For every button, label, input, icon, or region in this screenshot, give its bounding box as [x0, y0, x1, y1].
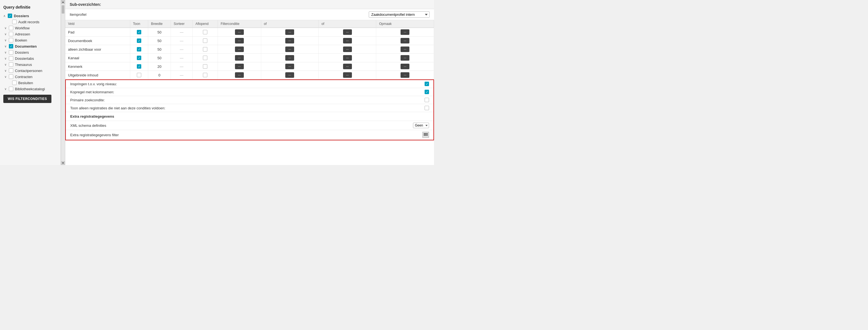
filterconditie-btn[interactable]: ··· — [235, 64, 244, 69]
of2-btn[interactable]: ··· — [343, 29, 352, 35]
of2-btn[interactable]: ··· — [343, 72, 352, 78]
of1-btn[interactable]: ··· — [285, 29, 294, 35]
inspringen-checkbox[interactable] — [425, 82, 429, 86]
of2-btn[interactable]: ··· — [343, 64, 352, 69]
svg-rect-2 — [427, 133, 428, 134]
xml-schema-select[interactable]: Geen — [413, 122, 429, 128]
sidebar-item-besluiten[interactable]: Besluiten — [0, 80, 61, 86]
toon-checkbox[interactable] — [137, 56, 141, 60]
cell-breedte: 50 — [148, 45, 171, 54]
sidebar-checkbox-adressen[interactable] — [9, 32, 13, 36]
cell-of2: ··· — [318, 45, 376, 54]
sidebar-item-documenten[interactable]: ∨ Documenten — [0, 43, 61, 49]
cell-of1: ··· — [261, 62, 318, 71]
toon-checkbox[interactable] — [137, 47, 141, 52]
kopregel-checkbox[interactable] — [425, 90, 429, 94]
sidebar-checkbox-boeken[interactable] — [9, 38, 13, 43]
sidebar-item-contracten[interactable]: ∨ Contracten — [0, 74, 61, 80]
sidebar-checkbox-workflow[interactable] — [9, 26, 13, 30]
opmaak-btn[interactable]: ··· — [401, 38, 409, 44]
scroll-thumb[interactable] — [62, 5, 64, 13]
aflopend-checkbox[interactable] — [203, 73, 207, 77]
aflopend-checkbox[interactable] — [203, 38, 207, 43]
scroll-down-arrow[interactable]: ▼ — [61, 161, 65, 165]
primaire-checkbox[interactable] — [425, 98, 429, 102]
itemprofiel-select[interactable]: Zaakdocumentprofiel intern — [369, 11, 430, 18]
arrow-icon: ∨ — [4, 63, 9, 66]
cell-of2: ··· — [318, 36, 376, 45]
of1-btn[interactable]: ··· — [285, 55, 294, 61]
filterconditie-btn[interactable]: ··· — [235, 55, 244, 61]
aflopend-checkbox[interactable] — [203, 56, 207, 60]
sidebar-item-audit-records[interactable]: Audit records — [0, 19, 61, 25]
table-row: Kenmerk 20 — ··· ··· ··· ··· — [65, 62, 434, 71]
scroll-up-arrow[interactable]: ▲ — [61, 0, 65, 4]
toon-checkbox[interactable] — [137, 73, 141, 77]
extra-filter-button[interactable] — [423, 132, 429, 138]
arrow-icon: ∨ — [4, 87, 9, 91]
sidebar-item-boeken[interactable]: ∨ Boeken — [0, 37, 61, 43]
sidebar-checkbox-dossiers-sub[interactable] — [9, 50, 13, 55]
sidebar-item-bibliotheekcatalogi[interactable]: ∨ Bibliotheekcatalogi — [0, 86, 61, 92]
sidebar-checkbox-audit[interactable] — [12, 20, 17, 24]
sidebar-checkbox-bibliotheekcatalogi[interactable] — [9, 87, 13, 91]
filterconditie-btn[interactable]: ··· — [235, 38, 244, 44]
filterconditie-btn[interactable]: ··· — [235, 72, 244, 78]
sidebar-item-dossiers-sub[interactable]: ∨ Dossiers — [0, 49, 61, 55]
cell-toon — [130, 62, 148, 71]
sidebar-item-thesaurus[interactable]: ∨ Thesaurus — [0, 61, 61, 67]
opmaak-btn[interactable]: ··· — [401, 29, 409, 35]
of1-btn[interactable]: ··· — [285, 72, 294, 78]
cell-filterconditie: ··· — [218, 45, 261, 54]
of1-btn[interactable]: ··· — [285, 64, 294, 69]
svg-rect-1 — [425, 133, 426, 134]
cell-of1: ··· — [261, 45, 318, 54]
aflopend-checkbox[interactable] — [203, 64, 207, 68]
sidebar-item-dossiertabs[interactable]: ∨ Dossiertabs — [0, 55, 61, 61]
opmaak-btn[interactable]: ··· — [401, 47, 409, 52]
wis-filtercondities-button[interactable]: WIS FILTERCONDITIES — [3, 95, 52, 103]
sidebar-item-dossiers-root[interactable]: ∧ Dossiers — [0, 13, 61, 19]
red-bordered-section: Inspringen t.o.v. vorig niveau: Kopregel… — [65, 79, 434, 140]
sidebar-checkbox-thesaurus[interactable] — [9, 62, 13, 67]
toon-checkbox[interactable] — [137, 30, 141, 34]
xml-schema-row: XML schema definities Geen — [66, 121, 433, 130]
sidebar-checkbox-contracten[interactable] — [9, 75, 13, 79]
sidebar-checkbox-besluiten[interactable] — [12, 81, 17, 85]
cell-of1: ··· — [261, 36, 318, 45]
toon-checkbox[interactable] — [137, 38, 141, 43]
cell-sorteer: — — [171, 45, 193, 54]
vertical-scrollbar[interactable]: ▲ ▼ — [61, 0, 65, 165]
sidebar-item-contactpersonen[interactable]: ∨ Contactpersonen — [0, 67, 61, 74]
sidebar-checkbox-documenten[interactable] — [9, 44, 13, 49]
filterconditie-btn[interactable]: ··· — [235, 47, 244, 52]
toon-checkbox[interactable] — [137, 64, 141, 68]
cell-aflopend — [192, 71, 218, 79]
sidebar-checkbox-dossiertabs[interactable] — [9, 56, 13, 61]
sidebar-item-workflow[interactable]: ∨ Workflow — [0, 25, 61, 31]
of1-btn[interactable]: ··· — [285, 47, 294, 52]
filterconditie-btn[interactable]: ··· — [235, 29, 244, 35]
sidebar-checkbox-dossiers[interactable] — [8, 13, 12, 18]
cell-aflopend — [192, 28, 218, 36]
of2-btn[interactable]: ··· — [343, 47, 352, 52]
of2-btn[interactable]: ··· — [343, 55, 352, 61]
cell-of1: ··· — [261, 71, 318, 79]
sidebar-item-label: Dossiertabs — [15, 56, 34, 61]
opmaak-btn[interactable]: ··· — [401, 64, 409, 69]
opmaak-btn[interactable]: ··· — [401, 72, 409, 78]
sidebar-checkbox-contactpersonen[interactable] — [9, 68, 13, 73]
sidebar-item-label: Boeken — [15, 38, 27, 43]
of1-btn[interactable]: ··· — [285, 38, 294, 44]
sidebar-item-label: Besluiten — [18, 81, 33, 85]
of2-btn[interactable]: ··· — [343, 38, 352, 44]
sidebar-item-adressen[interactable]: ∨ Adressen — [0, 31, 61, 37]
cell-sorteer: — — [171, 54, 193, 62]
opmaak-btn[interactable]: ··· — [401, 55, 409, 61]
table-row: Kanaal 50 — ··· ··· ··· ··· — [65, 54, 434, 62]
itemprofiel-label: Itemprofiel — [70, 12, 87, 17]
aflopend-checkbox[interactable] — [203, 47, 207, 52]
aflopend-checkbox[interactable] — [203, 30, 207, 34]
toon-alleen-checkbox[interactable] — [425, 106, 429, 110]
arrow-icon: ∨ — [4, 75, 9, 79]
